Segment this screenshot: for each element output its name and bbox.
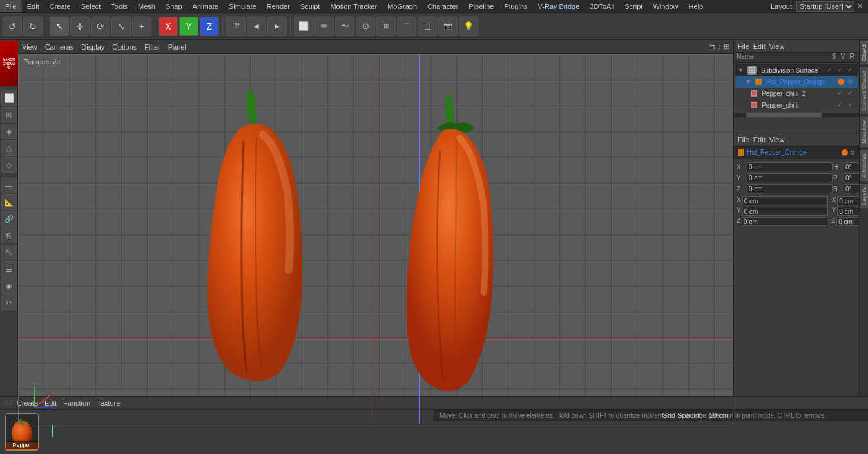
add-tool-button[interactable]: + [132, 17, 151, 36]
rotate-tool-button[interactable]: ⟳ [91, 17, 110, 36]
menu-mesh[interactable]: Mesh [133, 0, 160, 12]
coord-z-input[interactable] [747, 184, 833, 193]
snap-tool[interactable]: 🔗 [1, 211, 17, 227]
obj-btn-hot-pepper[interactable]: ⚙ [847, 79, 855, 85]
polygon-mode-button[interactable]: ◈ [1, 124, 17, 139]
deform-tool[interactable]: ⌒ [397, 17, 416, 36]
obj-edit-menu[interactable]: Edit [753, 43, 766, 50]
redo-button[interactable]: ↻ [23, 17, 43, 36]
tab-layers[interactable]: Layers [860, 184, 868, 208]
menu-sculpt[interactable]: Sculpt [295, 0, 325, 12]
vp-icon-3[interactable]: ⊞ [724, 43, 729, 51]
prop-file-menu[interactable]: File [738, 136, 749, 144]
morph-tool[interactable]: ◉ [1, 278, 17, 294]
prop-obj-gear[interactable]: ⚙ [850, 149, 855, 156]
menu-simulate[interactable]: Simulate [224, 0, 262, 12]
render-prev-button[interactable]: ◀ [247, 17, 266, 36]
expand-icon-1[interactable]: ▼ [738, 67, 744, 73]
scale-tool-button[interactable]: ⤡ [111, 17, 131, 36]
vp-icon-2[interactable]: ↕ [718, 43, 722, 51]
menu-animate[interactable]: Animate [188, 0, 224, 12]
tab-object[interactable]: Object [860, 41, 868, 64]
prop-edit-menu[interactable]: Edit [753, 136, 766, 144]
tab-attributes[interactable]: Attributes [860, 150, 868, 181]
coord-x-input[interactable] [747, 162, 833, 171]
scene-tool[interactable]: ◻ [418, 17, 437, 36]
pepper-material-thumb[interactable]: Pepper [5, 413, 39, 451]
y-axis-button[interactable]: Y [179, 17, 198, 36]
size-x2-input[interactable] [837, 196, 859, 205]
menu-3dto-all[interactable]: 3DToAll [584, 0, 619, 12]
size-z-input[interactable] [742, 217, 827, 226]
vp-icon-1[interactable]: ⇆ [709, 43, 715, 51]
move-tool-button[interactable]: ✛ [70, 17, 90, 36]
size-y-input[interactable] [742, 207, 828, 216]
twist-tool[interactable]: ↩ [1, 295, 17, 310]
coord-b-input[interactable] [844, 184, 859, 193]
vp-display-menu[interactable]: Display [81, 43, 104, 51]
menu-character[interactable]: Character [422, 0, 463, 12]
camera-tool[interactable]: 📷 [438, 17, 458, 36]
menu-create[interactable]: Create [44, 0, 76, 12]
coord-p-input[interactable] [844, 173, 859, 182]
vp-view-menu[interactable]: View [22, 43, 37, 51]
layout-dropdown[interactable]: Startup [User] [796, 1, 854, 12]
array-tool[interactable]: ⊞ [376, 17, 396, 36]
3d-viewport[interactable]: Perspective [18, 54, 733, 424]
obj-row-hot-pepper[interactable]: ▼ Hot_Pepper_Orange ⚙ [735, 76, 858, 88]
mesh-mode-button[interactable]: ⊞ [1, 107, 17, 122]
layer-tool[interactable]: ☰ [1, 261, 17, 277]
measure-tool[interactable]: 📐 [1, 194, 17, 210]
coord-h-input[interactable] [844, 162, 859, 171]
spline-tool[interactable]: 〜 [335, 17, 354, 36]
vp-cameras-menu[interactable]: Cameras [45, 43, 74, 51]
menu-edit[interactable]: Edit [22, 0, 44, 12]
layout-close-icon[interactable]: ✕ [857, 2, 863, 10]
cube-mode-button[interactable]: ⬜ [1, 90, 17, 106]
vp-filter-menu[interactable]: Filter [144, 43, 160, 51]
nurbs-tool[interactable]: ⊙ [356, 17, 375, 36]
select-tool-button[interactable]: ↖ [50, 17, 69, 36]
menu-help[interactable]: Help [684, 0, 709, 12]
vp-options-menu[interactable]: Options [112, 43, 137, 51]
tab-structure[interactable]: Structure [860, 117, 868, 147]
obj-scrollbar-thumb[interactable] [746, 113, 821, 117]
menu-vray-bridge[interactable]: V-Ray Bridge [533, 0, 585, 12]
menu-pipeline[interactable]: Pipeline [463, 0, 499, 12]
render-button[interactable]: ▶ [267, 17, 287, 36]
obj-row-pepper1[interactable]: Pepper_chilli ✓ ✓ [735, 99, 858, 111]
menu-script[interactable]: Script [619, 0, 648, 12]
obj-view-menu[interactable]: View [769, 43, 785, 50]
menu-plugins[interactable]: Plugins [499, 0, 532, 12]
z-axis-button[interactable]: Z [200, 17, 219, 36]
menu-snap[interactable]: Snap [160, 0, 188, 12]
render-view-button[interactable]: 🎬 [226, 17, 246, 36]
size-y2-input[interactable] [837, 207, 859, 216]
s-tool[interactable]: S [1, 228, 17, 243]
menu-mograph[interactable]: MoGraph [382, 0, 422, 12]
size-x-input[interactable] [742, 196, 828, 205]
x-axis-button[interactable]: X [159, 17, 178, 36]
edge-mode-button[interactable]: △ [1, 140, 17, 156]
menu-motion-tracker[interactable]: Motion Tracker [325, 0, 382, 12]
menu-tools[interactable]: Tools [106, 0, 133, 12]
expand-icon-2[interactable]: ▼ [746, 79, 751, 85]
light-tool[interactable]: 💡 [459, 17, 478, 36]
menu-file[interactable]: File [0, 0, 22, 12]
obj-scrollbar[interactable] [734, 112, 859, 117]
menu-select[interactable]: Select [76, 0, 106, 12]
prop-view-menu[interactable]: View [769, 136, 785, 144]
mat-texture-menu[interactable]: Texture [97, 399, 120, 407]
obj-row-pepper2[interactable]: Pepper_chilli_2 ✓ ✓ [735, 88, 858, 99]
sculpt-left-tool[interactable]: ⛏ [1, 245, 17, 260]
line-tool-left[interactable]: — [1, 178, 17, 193]
obj-file-menu[interactable]: File [738, 43, 749, 50]
pen-tool[interactable]: ✏ [314, 17, 334, 36]
cube-tool[interactable]: ⬜ [294, 17, 313, 36]
undo-button[interactable]: ↺ [3, 17, 22, 36]
menu-window[interactable]: Window [648, 0, 683, 12]
menu-render[interactable]: Render [262, 0, 295, 12]
obj-row-subdivision[interactable]: ▼ Subdivision Surface ✓ ✓ ✓ [735, 64, 858, 76]
vp-panel-menu[interactable]: Panel [168, 43, 186, 51]
mat-function-menu[interactable]: Function [63, 399, 90, 407]
